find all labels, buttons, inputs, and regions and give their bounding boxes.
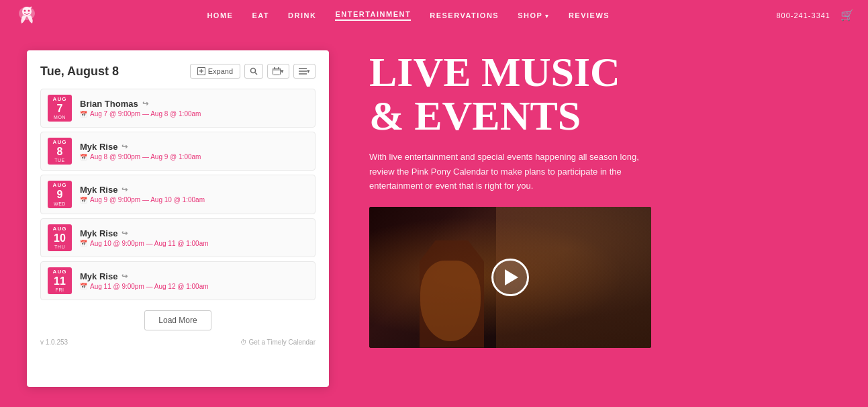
event-info: Myk Rise ↪ Aug 10 @ 9:00pm — Aug 11 @ 1:… <box>80 228 308 247</box>
nav-drink[interactable]: Drink <box>288 11 316 19</box>
list-view-button[interactable]: ▾ <box>293 64 316 79</box>
load-more-button[interactable]: Load More <box>144 310 211 330</box>
search-button[interactable] <box>244 64 263 79</box>
event-date-badge: AUG 7 MON <box>48 95 72 122</box>
event-title: Myk Rise ↪ <box>80 271 308 281</box>
version-label: v 1.0.253 <box>40 338 68 346</box>
table-row[interactable]: AUG 9 WED Myk Rise ↪ Aug 9 @ 9:00pm — Au… <box>40 175 316 214</box>
share-icon[interactable]: ↪ <box>122 229 128 238</box>
calendar-header: Tue, August 8 Expand <box>40 64 316 79</box>
event-title: Myk Rise ↪ <box>80 228 308 238</box>
logo-icon <box>13 3 40 27</box>
calendar-icon <box>273 67 281 75</box>
share-icon[interactable]: ↪ <box>122 272 128 281</box>
nav-right: 800-241-3341 🛒 <box>776 9 855 21</box>
share-icon[interactable]: ↪ <box>142 99 148 108</box>
table-row[interactable]: AUG 10 THU Myk Rise ↪ Aug 10 @ 9:00pm — … <box>40 218 316 257</box>
hero-title: LIVE MUSIC & EVENTS <box>369 50 841 138</box>
calendar-footer: v 1.0.253 ⏱ Get a Timely Calendar <box>40 338 316 346</box>
timely-link[interactable]: ⏱ Get a Timely Calendar <box>240 338 316 346</box>
cart-icon[interactable]: 🛒 <box>840 9 855 21</box>
video-guitar <box>420 261 481 341</box>
nav-reservations[interactable]: Reservations <box>430 11 499 19</box>
event-info: Myk Rise ↪ Aug 11 @ 9:00pm — Aug 12 @ 1:… <box>80 271 308 290</box>
svg-rect-10 <box>273 69 281 75</box>
svg-rect-7 <box>201 69 202 73</box>
main-nav: Home Eat Drink Entertainment Reservation… <box>0 0 868 30</box>
share-icon[interactable]: ↪ <box>122 185 128 194</box>
svg-point-8 <box>251 69 256 73</box>
calendar-date-title: Tue, August 8 <box>40 64 119 79</box>
event-title: Myk Rise ↪ <box>80 185 308 195</box>
event-date-badge: AUG 11 FRI <box>48 267 72 294</box>
event-date-badge: AUG 9 WED <box>48 181 72 208</box>
nav-reviews[interactable]: Reviews <box>569 11 610 19</box>
event-time: Aug 9 @ 9:00pm — Aug 10 @ 1:00am <box>80 196 308 204</box>
list-icon <box>299 67 307 75</box>
event-title: Brian Thomas ↪ <box>80 99 308 109</box>
hero-description: With live entertainment and special even… <box>369 150 651 193</box>
table-row[interactable]: AUG 11 FRI Myk Rise ↪ Aug 11 @ 9:00pm — … <box>40 261 316 300</box>
expand-label: Expand <box>208 67 233 75</box>
search-icon <box>250 67 258 75</box>
event-info: Myk Rise ↪ Aug 8 @ 9:00pm — Aug 9 @ 1:00… <box>80 142 308 161</box>
table-row[interactable]: AUG 8 TUE Myk Rise ↪ Aug 8 @ 9:00pm — Au… <box>40 132 316 171</box>
share-icon[interactable]: ↪ <box>122 142 128 151</box>
event-time: Aug 8 @ 9:00pm — Aug 9 @ 1:00am <box>80 153 308 161</box>
event-time: Aug 11 @ 9:00pm — Aug 12 @ 1:00am <box>80 283 308 290</box>
list-dropdown-arrow: ▾ <box>307 68 310 75</box>
event-info: Myk Rise ↪ Aug 9 @ 9:00pm — Aug 10 @ 1:0… <box>80 185 308 204</box>
expand-button[interactable]: Expand <box>190 64 240 79</box>
phone-number: 800-241-3341 <box>776 11 830 19</box>
nav-links: Home Eat Drink Entertainment Reservation… <box>40 10 776 21</box>
calendar-panel: Tue, August 8 Expand <box>27 50 329 387</box>
nav-home[interactable]: Home <box>207 11 233 19</box>
calendar-dropdown-arrow: ▾ <box>281 68 284 75</box>
svg-line-9 <box>255 73 257 75</box>
event-time: Aug 10 @ 9:00pm — Aug 11 @ 1:00am <box>80 240 308 247</box>
event-info: Brian Thomas ↪ Aug 7 @ 9:00pm — Aug 8 @ … <box>80 99 308 118</box>
logo[interactable] <box>13 3 40 27</box>
calendar-view-button[interactable]: ▾ <box>267 64 289 79</box>
event-title: Myk Rise ↪ <box>80 142 308 152</box>
main-content: Tue, August 8 Expand <box>0 30 868 407</box>
play-button[interactable] <box>491 259 529 296</box>
table-row[interactable]: AUG 7 MON Brian Thomas ↪ Aug 7 @ 9:00pm … <box>40 89 316 128</box>
expand-icon <box>197 67 205 75</box>
calendar-controls: Expand ▾ <box>190 64 316 79</box>
nav-eat[interactable]: Eat <box>252 11 269 19</box>
svg-point-2 <box>24 10 26 12</box>
event-date-badge: AUG 10 THU <box>48 224 72 251</box>
event-date-badge: AUG 8 TUE <box>48 138 72 165</box>
event-time: Aug 7 @ 9:00pm — Aug 8 @ 1:00am <box>80 110 308 118</box>
video-thumbnail[interactable] <box>369 207 651 348</box>
nav-entertainment[interactable]: Entertainment <box>335 10 411 21</box>
hero-panel: LIVE MUSIC & EVENTS With live entertainm… <box>349 30 868 407</box>
svg-point-3 <box>28 10 30 12</box>
event-list: AUG 7 MON Brian Thomas ↪ Aug 7 @ 9:00pm … <box>40 89 316 300</box>
nav-shop[interactable]: Shop <box>518 11 550 19</box>
